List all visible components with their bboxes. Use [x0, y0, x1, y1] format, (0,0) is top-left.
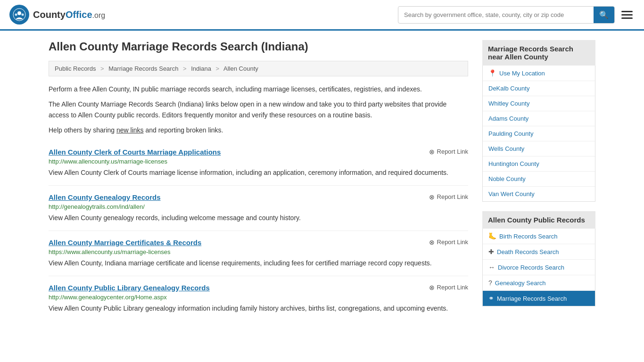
- content-area: Allen County Marriage Records Search (In…: [49, 40, 468, 321]
- report-label-1: Report Link: [437, 193, 468, 200]
- nearby-list: 📍Use My LocationDeKalb CountyWhitley Cou…: [482, 66, 595, 202]
- report-icon-1: ⊗: [429, 193, 435, 201]
- record-desc-1: View Allen County genealogy records, inc…: [49, 213, 468, 223]
- record-url-0: http://www.allencounty.us/marriage-licen…: [49, 158, 468, 165]
- breadcrumb-sep-3: >: [216, 65, 220, 72]
- search-input[interactable]: [398, 8, 594, 22]
- description-para2: The Allen County Marriage Records Search…: [49, 99, 468, 120]
- public-record-item-3[interactable]: ?Genealogy Search: [483, 275, 595, 291]
- report-link-3[interactable]: ⊗ Report Link: [429, 284, 468, 291]
- breadcrumb-allen-county[interactable]: Allen County: [223, 65, 258, 72]
- nearby-item-3[interactable]: Adams County: [483, 111, 595, 126]
- public-icon-1: ✚: [488, 248, 494, 255]
- report-label-3: Report Link: [437, 284, 468, 291]
- hamburger-menu-button[interactable]: [619, 9, 635, 21]
- public-icon-4: ⚭: [488, 295, 494, 302]
- main-container: Allen County Marriage Records Search (In…: [39, 31, 605, 330]
- record-title-1[interactable]: Allen County Genealogy Records: [49, 193, 161, 201]
- records-list: Allen County Clerk of Courts Marriage Ap…: [49, 140, 468, 321]
- svg-point-1: [17, 11, 21, 15]
- page-title: Allen County Marriage Records Search (In…: [49, 40, 468, 53]
- nearby-link-6[interactable]: Huntington County: [488, 160, 539, 167]
- nearby-link-2[interactable]: Whitley County: [488, 100, 529, 107]
- description-para3-before: Help others by sharing: [49, 126, 116, 134]
- breadcrumb-marriage-records[interactable]: Marriage Records Search: [108, 65, 178, 72]
- description-para1: Perform a free Allen County, IN public m…: [49, 84, 468, 94]
- nearby-item-5[interactable]: Wells County: [483, 141, 595, 156]
- nearby-item-0[interactable]: 📍Use My Location: [483, 66, 595, 81]
- nearby-item-6[interactable]: Huntington County: [483, 156, 595, 172]
- record-desc-3: View Allen County Public Library genealo…: [49, 304, 468, 313]
- record-entry: Allen County Clerk of Courts Marriage Ap…: [49, 140, 468, 186]
- nearby-item-8[interactable]: Van Wert County: [483, 187, 595, 201]
- public-link-1[interactable]: Death Records Search: [497, 248, 559, 255]
- report-label-2: Report Link: [437, 239, 468, 246]
- logo-area: CountyOffice.org: [9, 5, 105, 25]
- record-entry: Allen County Marriage Certificates & Rec…: [49, 231, 468, 276]
- nearby-link-5[interactable]: Wells County: [488, 145, 524, 152]
- public-link-4[interactable]: Marriage Records Search: [497, 295, 567, 302]
- search-button[interactable]: 🔍: [594, 7, 614, 23]
- public-link-3[interactable]: Genealogy Search: [495, 280, 546, 287]
- header: CountyOffice.org 🔍: [0, 0, 644, 31]
- report-link-0[interactable]: ⊗ Report Link: [429, 148, 468, 156]
- report-link-1[interactable]: ⊗ Report Link: [429, 193, 468, 201]
- record-url-2: https://www.allencounty.us/marriage-lice…: [49, 248, 468, 255]
- breadcrumb-public-records[interactable]: Public Records: [55, 65, 96, 72]
- public-record-item-0[interactable]: 🦶Birth Records Search: [483, 229, 595, 244]
- nearby-link-4[interactable]: Paulding County: [488, 130, 533, 137]
- report-icon-0: ⊗: [429, 148, 435, 156]
- record-title-3[interactable]: Allen County Public Library Genealogy Re…: [49, 284, 210, 292]
- record-entry: Allen County Genealogy Records ⊗ Report …: [49, 186, 468, 231]
- report-link-2[interactable]: ⊗ Report Link: [429, 239, 468, 246]
- nearby-section: Marriage Records Search near Allen Count…: [482, 40, 595, 202]
- logo-text: CountyOffice.org: [33, 9, 105, 20]
- nearby-link-0[interactable]: Use My Location: [499, 70, 545, 77]
- public-icon-3: ?: [488, 279, 492, 287]
- new-links-link[interactable]: new links: [116, 126, 144, 134]
- record-title-2[interactable]: Allen County Marriage Certificates & Rec…: [49, 239, 201, 247]
- logo-icon: [9, 5, 29, 25]
- record-url-3: http://www.genealogycenter.org/Home.aspx: [49, 294, 468, 301]
- record-desc-0: View Allen County Clerk of Courts marria…: [49, 168, 468, 178]
- nearby-link-1[interactable]: DeKalb County: [488, 85, 529, 92]
- report-label-0: Report Link: [437, 148, 468, 155]
- public-link-0[interactable]: Birth Records Search: [499, 233, 558, 240]
- header-right: 🔍: [398, 6, 635, 24]
- public-icon-2: ↔: [488, 263, 495, 271]
- breadcrumb-indiana[interactable]: Indiana: [191, 65, 211, 72]
- breadcrumb-sep-1: >: [100, 65, 104, 72]
- public-record-item-4[interactable]: ⚭Marriage Records Search: [483, 291, 595, 306]
- public-record-item-1[interactable]: ✚Death Records Search: [483, 244, 595, 260]
- nearby-item-2[interactable]: Whitley County: [483, 96, 595, 111]
- nearby-item-4[interactable]: Paulding County: [483, 126, 595, 141]
- report-icon-3: ⊗: [429, 284, 435, 291]
- description-para3-after: and reporting broken links.: [144, 126, 223, 134]
- public-records-section: Allen County Public Records 🦶Birth Recor…: [482, 211, 595, 306]
- breadcrumb: Public Records > Marriage Records Search…: [49, 61, 468, 76]
- nearby-link-7[interactable]: Noble County: [488, 175, 526, 182]
- record-title-0[interactable]: Allen County Clerk of Courts Marriage Ap…: [49, 148, 221, 156]
- public-link-2[interactable]: Divorce Records Search: [498, 264, 564, 271]
- nearby-header: Marriage Records Search near Allen Count…: [482, 40, 595, 66]
- nearby-icon-0: 📍: [488, 69, 496, 77]
- record-desc-2: View Allen County, Indiana marriage cert…: [49, 258, 468, 268]
- sidebar: Marriage Records Search near Allen Count…: [482, 40, 595, 321]
- nearby-item-1[interactable]: DeKalb County: [483, 81, 595, 96]
- svg-point-3: [22, 14, 24, 16]
- breadcrumb-sep-2: >: [183, 65, 187, 72]
- public-records-list: 🦶Birth Records Search✚Death Records Sear…: [482, 229, 595, 306]
- public-records-header: Allen County Public Records: [482, 211, 595, 229]
- description-para3: Help others by sharing new links and rep…: [49, 125, 468, 135]
- search-bar: 🔍: [398, 6, 615, 24]
- nearby-item-7[interactable]: Noble County: [483, 172, 595, 187]
- public-record-item-2[interactable]: ↔Divorce Records Search: [483, 260, 595, 275]
- report-icon-2: ⊗: [429, 239, 435, 246]
- public-icon-0: 🦶: [488, 232, 496, 240]
- record-entry: Allen County Public Library Genealogy Re…: [49, 276, 468, 321]
- record-url-1: http://genealogytrails.com/ind/allen/: [49, 203, 468, 210]
- svg-point-2: [15, 14, 17, 16]
- nearby-link-8[interactable]: Van Wert County: [488, 190, 535, 197]
- nearby-link-3[interactable]: Adams County: [488, 115, 528, 122]
